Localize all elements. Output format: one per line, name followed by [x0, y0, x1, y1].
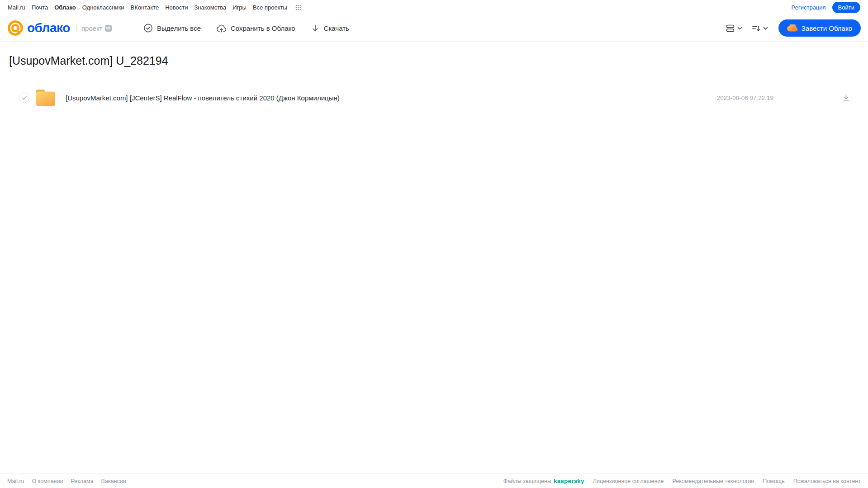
nav-link-cloud[interactable]: Облако	[54, 4, 76, 11]
nav-link-dating[interactable]: Знакомства	[194, 4, 226, 11]
row-download-icon[interactable]	[842, 94, 850, 102]
register-link[interactable]: Регистрация	[792, 4, 826, 11]
footer: Mail.ru О компании Реклама Вакансии Файл…	[0, 474, 868, 488]
footer-link-help[interactable]: Помощь	[763, 478, 784, 484]
page-title: [UsupovMarket.com] U_282194	[9, 54, 168, 67]
brand-wordmark: облако	[27, 21, 70, 35]
download-arrow-icon	[311, 24, 320, 33]
create-cloud-button[interactable]: Завести Облако	[778, 19, 861, 37]
save-to-cloud-label: Сохранить в Облако	[231, 24, 295, 32]
vk-badge-icon: vk	[105, 25, 112, 32]
nav-link-odnoklassniki[interactable]: Одноклассники	[82, 4, 124, 11]
sort-icon	[752, 24, 760, 32]
row-checkbox[interactable]	[19, 93, 29, 103]
portal-nav: Mail.ru Почта Облако Одноклассники ВКонт…	[0, 0, 868, 15]
footer-link-about[interactable]: О компании	[32, 478, 63, 484]
protected-text: Файлы защищены	[503, 478, 551, 484]
toolbar-actions: Выделить все Сохранить в Облако	[143, 24, 349, 33]
apps-grid-icon[interactable]	[295, 5, 301, 10]
cloud-mailru-page: Mail.ru Почта Облако Одноклассники ВКонт…	[0, 0, 868, 488]
nav-link-mailru[interactable]: Mail.ru	[8, 4, 25, 11]
nav-link-games[interactable]: Игры	[232, 4, 247, 11]
app-header: облако | проект vk Выделить все	[0, 15, 868, 42]
footer-link-license[interactable]: Лицензионное соглашение	[593, 478, 664, 484]
cloud-logo[interactable]: облако | проект vk	[7, 19, 112, 37]
file-row[interactable]: [UsupovMarket.com] [JCenterS] RealFlow -…	[0, 87, 868, 109]
portal-nav-links: Mail.ru Почта Облако Одноклассники ВКонт…	[8, 4, 301, 11]
folder-icon	[36, 90, 55, 106]
footer-link-ads[interactable]: Реклама	[71, 478, 93, 484]
footer-left-links: Mail.ru О компании Реклама Вакансии	[7, 478, 126, 484]
kaspersky-logo: kaspersky	[554, 478, 584, 484]
select-all-button[interactable]: Выделить все	[143, 24, 201, 33]
chevron-down-icon	[763, 27, 768, 30]
sort-dropdown[interactable]	[750, 23, 770, 34]
footer-link-report[interactable]: Пожаловаться на контент	[793, 478, 861, 484]
check-circle-icon	[143, 24, 153, 33]
nav-link-mail[interactable]: Почта	[32, 4, 48, 11]
list-view-icon	[726, 24, 735, 33]
footer-link-mailru[interactable]: Mail.ru	[7, 478, 24, 484]
file-name[interactable]: [UsupovMarket.com] [JCenterS] RealFlow -…	[66, 94, 340, 102]
logo-divider: |	[76, 24, 77, 32]
login-button[interactable]: Войти	[832, 2, 860, 13]
project-label: проект	[81, 24, 103, 32]
download-label: Скачать	[324, 24, 349, 32]
file-date: 2023-08-06 07:22:19	[717, 95, 773, 101]
create-cloud-label: Завести Облако	[802, 24, 852, 32]
files-protected-label: Файлы защищены kaspersky	[503, 478, 584, 484]
header-right-controls: Завести Облако	[724, 19, 861, 37]
select-all-label: Выделить все	[157, 24, 201, 32]
cloud-icon	[787, 24, 797, 32]
nav-link-all-projects[interactable]: Все проекты	[253, 4, 287, 11]
chevron-down-icon	[737, 27, 742, 30]
view-mode-dropdown[interactable]	[724, 22, 744, 34]
nav-link-news[interactable]: Новости	[165, 4, 188, 11]
nav-link-vkontakte[interactable]: ВКонтакте	[131, 4, 159, 11]
footer-link-recommendations[interactable]: Рекомендательные технологии	[672, 478, 754, 484]
footer-right-links: Файлы защищены kaspersky Лицензионное со…	[503, 478, 861, 484]
footer-link-jobs[interactable]: Вакансии	[101, 478, 126, 484]
cloud-upload-icon	[216, 24, 227, 33]
save-to-cloud-button[interactable]: Сохранить в Облако	[216, 24, 295, 33]
download-button[interactable]: Скачать	[311, 24, 349, 33]
mailru-at-icon	[7, 19, 24, 37]
